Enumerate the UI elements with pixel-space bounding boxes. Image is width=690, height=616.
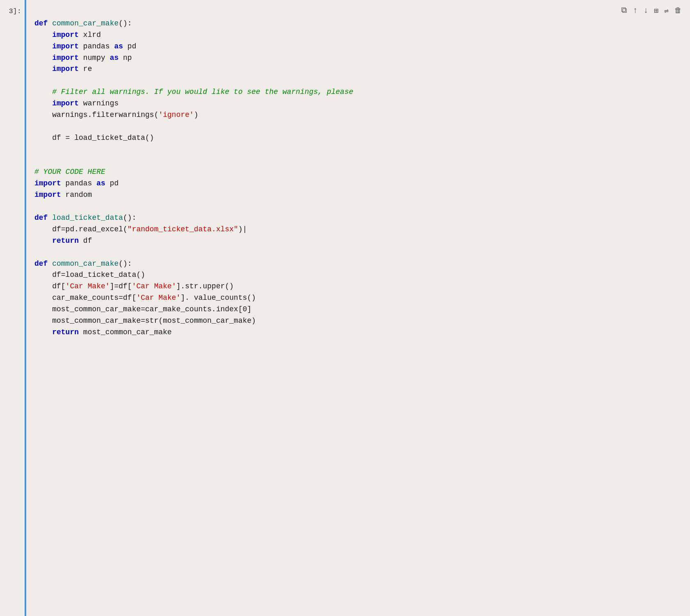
notebook-cell: 3]: ⧉ ↑ ↓ ⊞ ⇌ 🗑 def common_car_make(): i… [0, 0, 690, 616]
fn-common-car-make-2: common_car_make [52, 260, 118, 268]
kw-def-load: def [34, 214, 48, 222]
fn-paren-1: (): [118, 19, 132, 27]
kw-as-pandas-2: as [96, 179, 105, 187]
fn-common-car-make-1: common_car_make [52, 19, 118, 27]
move-up-icon[interactable]: ↑ [633, 6, 638, 15]
kw-import-re: import [52, 65, 79, 73]
str-xlsx: "random_ticket_data.xlsx" [128, 225, 238, 233]
fn-load-ticket-data: load_ticket_data [52, 214, 123, 222]
kw-import-xlrd: import [52, 31, 79, 39]
most-common-str: most_common_car_make=str(most_common_car… [52, 317, 256, 325]
cell-toolbar: ⧉ ↑ ↓ ⊞ ⇌ 🗑 [621, 6, 682, 15]
save-icon[interactable]: ⊞ [654, 6, 658, 15]
copy-icon[interactable]: ⧉ [621, 6, 627, 15]
str-ignore: 'ignore' [158, 111, 194, 119]
cell-content: ⧉ ↑ ↓ ⊞ ⇌ 🗑 def common_car_make(): impor… [26, 0, 690, 616]
warnings-filterwarnings: warnings.filterwarnings( [52, 111, 158, 119]
str-car-make-2: 'Car Make' [132, 282, 176, 290]
kw-import-numpy: import [52, 54, 79, 62]
str-car-make-1: 'Car Make' [66, 282, 110, 290]
car-make-counts: car_make_counts=df[ [52, 294, 136, 302]
df-read-excel: df=pd.read_excel [52, 225, 123, 233]
most-common-index: most_common_car_make=car_make_counts.ind… [52, 305, 251, 313]
comment-your-code: # YOUR CODE HERE [34, 168, 105, 176]
code-block: def common_car_make(): import xlrd impor… [34, 7, 682, 350]
kw-return-df: return [52, 237, 79, 245]
df-load-call: df=load_ticket_data() [52, 271, 145, 279]
kw-import-random: import [34, 191, 61, 199]
kw-def-1: def [34, 19, 48, 27]
kw-import-pandas-1: import [52, 42, 79, 50]
kw-return-most-common: return [52, 328, 79, 336]
delete-icon[interactable]: 🗑 [674, 6, 682, 15]
kw-as-numpy: as [110, 54, 119, 62]
df-assign-load: df = load_ticket_data() [52, 134, 154, 142]
menu-icon[interactable]: ⇌ [664, 6, 669, 15]
move-down-icon[interactable]: ↓ [643, 6, 648, 15]
str-car-make-3: 'Car Make' [136, 294, 180, 302]
df-car-make-upper: df[ [52, 282, 65, 290]
cell-label: 3]: [0, 0, 25, 616]
kw-import-warnings: import [52, 99, 79, 107]
kw-as-pandas-1: as [114, 42, 123, 50]
kw-import-pandas-2: import [34, 179, 61, 187]
comment-filter-warnings: # Filter all warnings. If you would like… [52, 88, 353, 96]
kw-def-common-2: def [34, 260, 48, 268]
